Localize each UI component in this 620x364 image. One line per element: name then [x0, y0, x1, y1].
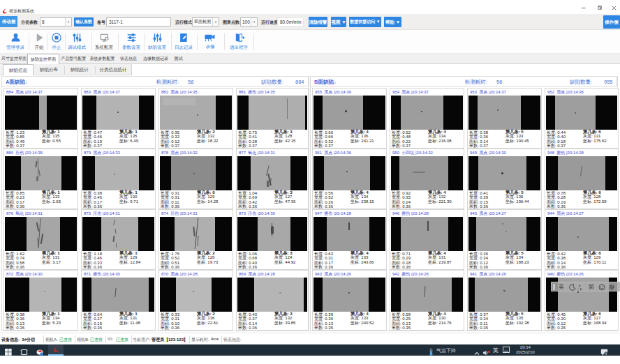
svg-text:6: 6 [605, 352, 607, 356]
